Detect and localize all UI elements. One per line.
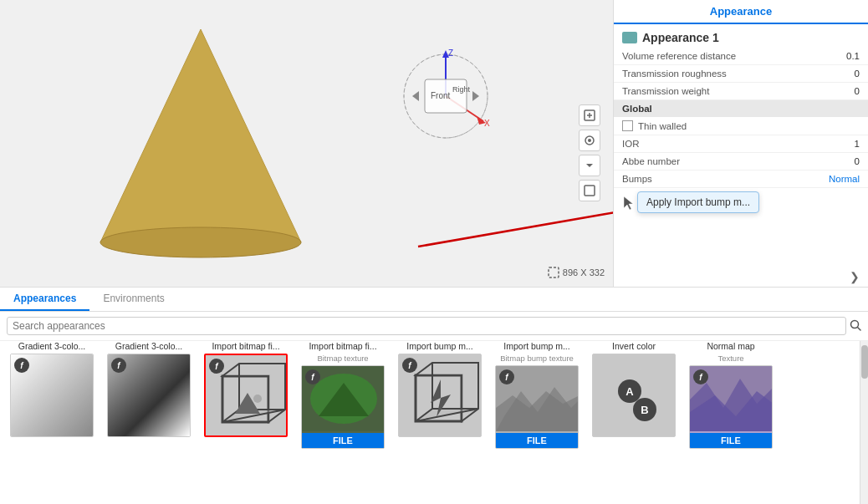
main-container: Z X Front Right	[0, 0, 868, 287]
prop-volume-ref: Volume reference distance 0.1	[614, 48, 868, 65]
grid-item-5-sublabel: Bitmap bump texture	[500, 354, 574, 363]
grid-item-0[interactable]: Gradient 3-colo... f	[7, 341, 97, 449]
grid-item-4[interactable]: Import bump m... f	[395, 341, 485, 449]
prop-abbe: Abbe number 0	[614, 153, 868, 171]
grid-item-1-label: Gradient 3-colo...	[104, 341, 194, 351]
grid-item-5-label: Import bump m...	[492, 341, 582, 351]
svg-text:Front: Front	[431, 91, 451, 100]
svg-point-33	[253, 395, 262, 403]
svg-point-1	[100, 227, 301, 257]
f-badge-3: f	[305, 369, 320, 384]
appearance-icon	[622, 32, 637, 43]
file-badge-3: FILE	[302, 433, 384, 448]
prop-trans-rough: Transmission roughness 0	[614, 65, 868, 83]
prop-volume-ref-label: Volume reference distance	[622, 51, 736, 61]
bump-tooltip-wrapper: Apply Import bump m...	[620, 191, 861, 213]
items-area: Gradient 3-colo... f Gradient 3-colo... …	[0, 341, 860, 504]
bottom-section: Appearances Environments Gradient 3-colo…	[0, 287, 868, 504]
ctrl-btn-2[interactable]	[579, 130, 600, 151]
grid-item-3[interactable]: Import bitmap fi... Bitmap texture FILE …	[298, 341, 388, 449]
viewport-3d: Z X Front Right	[0, 0, 613, 287]
prop-ior-value: 1	[835, 139, 860, 149]
search-input[interactable]	[7, 317, 846, 335]
grid-item-3-thumb: FILE f	[301, 365, 385, 449]
ctrl-btn-3[interactable]	[579, 180, 600, 201]
grid-item-0-thumb: f	[10, 354, 94, 437]
grid-item-0-label: Gradient 3-colo...	[7, 341, 97, 351]
search-bar	[0, 312, 868, 341]
prop-thin-walled: Thin walled	[614, 117, 868, 135]
ctrl-btn-dropdown[interactable]	[579, 155, 600, 176]
file-badge-7: FILE	[690, 433, 772, 448]
f-badge-5: f	[499, 369, 514, 384]
items-scroll-container: Gradient 3-colo... f Gradient 3-colo... …	[0, 341, 868, 504]
svg-text:X: X	[484, 119, 490, 128]
grid-item-7-sublabel: Texture	[717, 354, 743, 363]
prop-trans-weight-value: 0	[835, 86, 860, 96]
f-badge-0: f	[14, 358, 29, 373]
panel-chevron[interactable]: ❯	[614, 267, 868, 287]
appearance-title: Appearance 1	[614, 24, 868, 48]
grid-item-5[interactable]: Import bump m... Bitmap bump texture FIL…	[492, 341, 582, 449]
svg-point-19	[588, 139, 591, 142]
props-list: Volume reference distance 0.1 Transmissi…	[614, 48, 868, 267]
ctrl-btn-1[interactable]	[579, 104, 600, 126]
prop-trans-weight-label: Transmission weight	[622, 86, 709, 96]
svg-marker-13	[412, 91, 419, 101]
svg-line-27	[858, 327, 861, 330]
prop-ior-label: IOR	[622, 139, 639, 149]
f-badge-7: f	[693, 369, 708, 384]
prop-abbe-label: Abbe number	[622, 156, 680, 166]
f-badge-4: f	[402, 358, 417, 373]
panel-tab-label: Appearance	[710, 5, 772, 18]
svg-marker-14	[472, 91, 479, 101]
thin-walled-checkbox[interactable]	[622, 120, 633, 131]
search-button[interactable]	[850, 319, 861, 333]
tab-appearances[interactable]: Appearances	[0, 288, 89, 311]
items-scrollbar-thumb[interactable]	[861, 345, 868, 379]
grid-item-5-thumb: FILE f	[495, 365, 579, 449]
bump-tooltip[interactable]: Apply Import bump m...	[637, 191, 759, 213]
grid-item-1-thumb: f	[107, 354, 191, 437]
thin-walled-label: Thin walled	[638, 121, 687, 131]
grid-item-7-label: Normal map	[686, 341, 776, 351]
grid-item-7[interactable]: Normal map Texture FILE f	[686, 341, 776, 449]
global-section-header: Global	[614, 100, 868, 117]
svg-line-24	[418, 207, 613, 247]
bottom-tabs: Appearances Environments	[0, 288, 868, 312]
b-badge: B	[633, 398, 656, 421]
prop-trans-weight: Transmission weight 0	[614, 83, 868, 100]
grid-item-6[interactable]: Invert color A B	[589, 341, 679, 449]
red-arrow	[376, 201, 613, 251]
tab-environments[interactable]: Environments	[89, 288, 177, 311]
grid-item-2-thumb: f	[204, 354, 288, 437]
grid-item-4-thumb: f	[398, 354, 482, 437]
svg-marker-20	[586, 164, 593, 167]
svg-marker-0	[100, 29, 301, 242]
prop-trans-rough-value: 0	[835, 69, 860, 79]
svg-text:Z: Z	[448, 48, 453, 58]
svg-rect-21	[585, 186, 595, 196]
grid-item-1[interactable]: Gradient 3-colo... f	[104, 341, 194, 449]
f-badge-2: f	[209, 359, 224, 374]
f-badge-1: f	[111, 358, 126, 373]
cursor-icon	[622, 195, 634, 210]
grid-item-6-thumb: A B	[592, 354, 676, 437]
prop-abbe-value: 0	[835, 156, 860, 166]
grid-item-3-label: Import bitmap fi...	[298, 341, 388, 351]
items-scrollbar[interactable]	[860, 341, 868, 504]
panel-tab-header: Appearance	[614, 0, 868, 24]
file-badge-5: FILE	[496, 433, 578, 448]
grid-item-2[interactable]: Import bitmap fi... f	[201, 341, 291, 449]
svg-text:Right: Right	[452, 85, 471, 94]
svg-marker-25	[624, 196, 633, 210]
grid-item-3-sublabel: Bitmap texture	[317, 354, 368, 363]
grid-item-4-label: Import bump m...	[395, 341, 485, 351]
cone-shape	[67, 17, 334, 262]
nav-cube-area: Z X Front Right	[387, 46, 504, 149]
grid-item-6-label: Invert color	[589, 341, 679, 351]
prop-bumps-value[interactable]: Normal	[829, 174, 860, 184]
prop-volume-ref-value: 0.1	[835, 51, 860, 61]
dimension-label: 896 X 332	[548, 267, 605, 278]
prop-bumps: Bumps Normal	[614, 171, 868, 188]
